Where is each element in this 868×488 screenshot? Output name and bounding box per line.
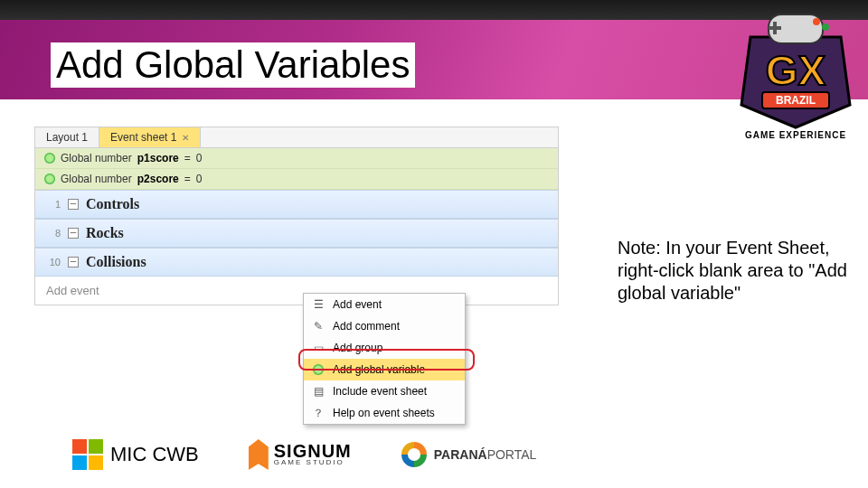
- parana-text-a: PARANÁ: [434, 447, 487, 462]
- signum-flag-icon: [249, 439, 269, 470]
- tab-event-sheet[interactable]: Event sheet 1✕: [99, 127, 201, 147]
- gx-logo-icon: GX BRAZIL: [737, 5, 854, 132]
- globe-icon: [311, 362, 326, 377]
- group-icon: ▭: [311, 341, 326, 355]
- menu-add-comment[interactable]: ✎Add comment: [304, 315, 465, 337]
- globe-icon: [44, 153, 55, 164]
- gx-brazil-text: BRAZIL: [776, 94, 816, 107]
- signum-text-b: GAME STUDIO: [274, 459, 352, 465]
- gx-brazil-badge: GX BRAZIL GAME EXPERIENCE: [737, 5, 854, 140]
- menu-add-group[interactable]: ▭Add group: [304, 337, 465, 359]
- footer-logos: MIC CWB SIGNUMGAME STUDIO PARANÁPORTAL: [72, 439, 536, 470]
- gv1-name: p1score: [137, 152, 179, 164]
- parana-portal-logo: PARANÁPORTAL: [401, 442, 537, 467]
- signum-logo: SIGNUMGAME STUDIO: [249, 439, 352, 470]
- mic-text-b: CWB: [146, 443, 198, 465]
- group-label: Collisions: [86, 254, 146, 270]
- global-var-row-2[interactable]: Global number p2score = 0: [35, 169, 558, 190]
- parana-ring-icon: [401, 442, 427, 467]
- gv1-eq: =: [184, 152, 191, 164]
- globe-icon: [44, 174, 55, 184]
- svg-point-3: [822, 23, 829, 31]
- tab-layout[interactable]: Layout 1: [35, 127, 99, 147]
- collapse-icon[interactable]: ─: [68, 199, 79, 210]
- group-label: Controls: [86, 196, 139, 212]
- group-row-rocks[interactable]: 8 ─ Rocks: [35, 219, 558, 248]
- gx-caption: GAME EXPERIENCE: [737, 130, 854, 140]
- svg-rect-5: [769, 26, 781, 30]
- tab-bar: Layout 1 Event sheet 1✕: [35, 127, 558, 148]
- context-menu: ☰Add event ✎Add comment ▭Add group Add g…: [303, 293, 466, 425]
- svg-text:GX: GX: [766, 47, 826, 94]
- add-event-link[interactable]: Add event: [35, 277, 558, 305]
- help-icon: ？: [311, 406, 326, 420]
- menu-label: Add group: [333, 342, 382, 354]
- tab-sheet-label: Event sheet 1: [110, 131, 176, 144]
- gv2-prefix: Global number: [61, 173, 132, 185]
- gv1-prefix: Global number: [61, 152, 132, 164]
- group-row-controls[interactable]: 1 ─ Controls: [35, 190, 558, 219]
- gv1-value: 0: [196, 152, 203, 164]
- menu-add-event[interactable]: ☰Add event: [304, 294, 465, 315]
- close-icon[interactable]: ✕: [182, 133, 189, 143]
- menu-label: Add global variable: [333, 363, 425, 376]
- gv2-name: p2score: [137, 173, 179, 185]
- tab-layout-label: Layout 1: [46, 131, 88, 144]
- group-label: Rocks: [86, 225, 124, 241]
- menu-label: Add event: [333, 298, 382, 311]
- global-var-row-1[interactable]: Global number p1score = 0: [35, 148, 558, 169]
- row-number: 8: [44, 228, 61, 239]
- microsoft-icon: [72, 439, 103, 470]
- gv2-eq: =: [184, 173, 191, 185]
- event-icon: ☰: [311, 297, 326, 312]
- row-number: 10: [44, 257, 61, 267]
- mic-text-a: MIC: [110, 443, 146, 465]
- menu-label: Include event sheet: [333, 385, 427, 398]
- collapse-icon[interactable]: ─: [68, 228, 79, 239]
- event-sheet-editor: Layout 1 Event sheet 1✕ Global number p1…: [34, 127, 559, 305]
- note-text: Note: In your Event Sheet, right-click b…: [618, 237, 848, 305]
- row-number: 1: [44, 199, 61, 210]
- menu-label: Add comment: [333, 320, 400, 333]
- sheet-icon: ▤: [311, 384, 326, 399]
- slide-title: Add Global Variables: [51, 42, 415, 88]
- menu-help[interactable]: ？Help on event sheets: [304, 402, 465, 424]
- group-row-collisions[interactable]: 10 ─ Collisions: [35, 248, 558, 277]
- menu-add-global-variable[interactable]: Add global variable: [304, 359, 465, 380]
- mic-cwb-logo: MIC CWB: [72, 439, 199, 470]
- parana-text-b: PORTAL: [487, 447, 537, 462]
- gv2-value: 0: [196, 173, 203, 185]
- menu-include-sheet[interactable]: ▤Include event sheet: [304, 380, 465, 402]
- signum-text-a: SIGNUM: [274, 443, 352, 459]
- comment-icon: ✎: [311, 319, 326, 333]
- collapse-icon[interactable]: ─: [68, 257, 79, 267]
- menu-label: Help on event sheets: [333, 407, 435, 419]
- svg-point-2: [813, 18, 820, 25]
